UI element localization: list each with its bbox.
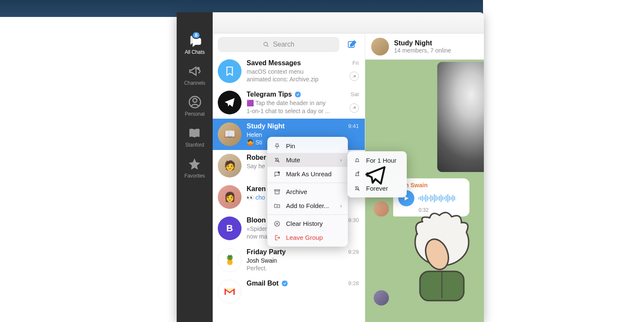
svg-point-7	[197, 67, 200, 70]
sidebar-item-favorites[interactable]: Favorites	[184, 157, 205, 179]
sidebar-label: Favorites	[184, 173, 205, 179]
person-icon	[188, 95, 202, 109]
context-menu-label: Clear History	[286, 220, 323, 227]
chevron-right-icon: ›	[340, 157, 342, 163]
submenu-label: For 1 Hour	[366, 157, 397, 164]
sticker-message	[374, 208, 484, 305]
bell-snooze-icon: z	[353, 171, 361, 178]
context-menu-add-folder[interactable]: Add to Folder... ›	[267, 199, 348, 213]
bell-off-icon	[353, 185, 361, 192]
context-menu-label: Mark As Unread	[286, 170, 332, 178]
svg-rect-11	[275, 189, 280, 191]
clear-icon	[273, 220, 281, 227]
sidebar-label: Channels	[184, 80, 205, 86]
avatar-robert: 🧑	[218, 154, 242, 178]
compose-icon	[347, 39, 357, 50]
conversation-avatar	[371, 38, 389, 56]
chat-time: 9:28	[348, 280, 359, 286]
book-icon	[188, 126, 201, 140]
context-menu-mark-unread[interactable]: Mark As Unread	[267, 167, 348, 181]
context-menu-label: Add to Folder...	[286, 202, 329, 209]
search-input[interactable]: Search	[218, 37, 339, 52]
photo-message[interactable]	[437, 62, 484, 172]
chat-title: Karen	[247, 185, 266, 193]
chat-title: Rober	[247, 154, 266, 161]
sidebar-item-personal[interactable]: Personal	[185, 95, 205, 117]
pin-icon	[273, 143, 281, 150]
right-whitespace	[483, 0, 644, 322]
star-icon	[188, 157, 201, 171]
pin-icon	[350, 103, 359, 113]
unread-badge: 8	[192, 31, 200, 39]
avatar-telegram	[218, 91, 242, 114]
sidebar-item-all-chats[interactable]: 8 All Chats	[185, 33, 205, 55]
context-menu-label: Pin	[286, 142, 295, 150]
svg-point-9	[193, 98, 197, 102]
archive-icon	[273, 189, 281, 195]
context-menu-leave-group[interactable]: Leave Group	[267, 230, 348, 244]
sidebar-label: Personal	[185, 111, 205, 117]
chat-title: Friday Party	[247, 248, 286, 256]
chat-title: Bloon	[247, 217, 266, 224]
chat-time: 9:30	[348, 217, 359, 223]
chat-preview: Josh SwainPerfect.	[247, 257, 360, 272]
context-menu-clear-history[interactable]: Clear History	[267, 217, 348, 230]
context-menu-pin[interactable]: Pin	[267, 139, 348, 153]
context-menu: Pin Mute › Mark As Unread Archive Add to…	[267, 137, 348, 247]
context-menu-label: Leave Group	[286, 234, 323, 241]
svg-point-0	[264, 42, 268, 46]
conversation-subtitle: 14 members, 7 online	[394, 47, 451, 54]
chat-item-telegram-tips[interactable]: Telegram Tips 🟪 Tap the date header in a…	[213, 87, 365, 118]
chat-title: Gmail Bot	[247, 280, 279, 287]
voice-sender-name: osh Swain	[398, 182, 464, 189]
svg-line-1	[267, 45, 268, 47]
context-menu-label: Archive	[286, 188, 307, 195]
avatar-saved	[218, 59, 242, 83]
bookmark-icon	[224, 66, 235, 77]
context-menu-mute[interactable]: Mute ›	[267, 153, 348, 167]
chat-title: Telegram Tips	[247, 91, 292, 98]
search-icon	[263, 41, 269, 48]
compose-button[interactable]	[344, 37, 360, 52]
megaphone-icon	[188, 64, 202, 78]
chat-preview: macOS context menuanimated icons: Archiv…	[247, 68, 360, 83]
avatar-gmail	[218, 280, 242, 303]
avatar-friday-party: 🍍	[218, 248, 242, 272]
gmail-icon	[223, 287, 236, 296]
folder-add-icon	[273, 203, 281, 209]
chat-time: Sat	[350, 91, 359, 97]
chat-time: 9:41	[348, 123, 359, 129]
leave-icon	[273, 234, 281, 241]
search-row: Search	[213, 33, 365, 56]
avatar-karen: 👩	[218, 185, 242, 209]
chat-preview: 🟪 Tap the date header in any1-on-1 chat …	[247, 99, 360, 114]
verified-icon	[294, 91, 301, 98]
menu-separator	[267, 183, 348, 183]
conversation-title: Study Night	[394, 39, 451, 47]
bell-icon	[353, 157, 361, 164]
chat-time: Fri	[353, 60, 359, 66]
context-menu-archive[interactable]: Archive	[267, 185, 348, 199]
chat-item-friday-party[interactable]: 🍍 Friday Party Josh SwainPerfect. 9:29	[213, 244, 365, 276]
sidebar-item-channels[interactable]: Channels	[184, 64, 205, 86]
chat-time: 9:29	[348, 249, 359, 255]
sidebar-label: All Chats	[185, 49, 205, 55]
menu-separator	[267, 214, 348, 215]
chat-unread-icon	[273, 171, 281, 178]
chat-item-saved-messages[interactable]: Saved Messages macOS context menuanimate…	[213, 56, 365, 87]
einstein-facepalm-sticker[interactable]	[393, 208, 484, 305]
chat-item-gmail-bot[interactable]: Gmail Bot 9:28	[213, 276, 365, 307]
svg-text:z: z	[358, 171, 359, 173]
conversation-header[interactable]: Study Night 14 members, 7 online	[365, 33, 484, 60]
voice-waveform	[419, 193, 455, 203]
chevron-right-icon: ›	[340, 203, 342, 209]
folder-sidebar: 8 All Chats Channels Personal Stanford F…	[177, 12, 213, 322]
sidebar-item-stanford[interactable]: Stanford	[185, 126, 204, 148]
avatar-study-night: 📖	[218, 122, 242, 146]
bell-off-icon	[273, 157, 281, 164]
sticker-sender-avatar[interactable]	[374, 290, 389, 305]
cursor-pointer-overlay	[364, 164, 386, 188]
verified-icon	[281, 280, 288, 287]
telegram-icon	[224, 97, 236, 108]
svg-point-10	[278, 172, 280, 173]
